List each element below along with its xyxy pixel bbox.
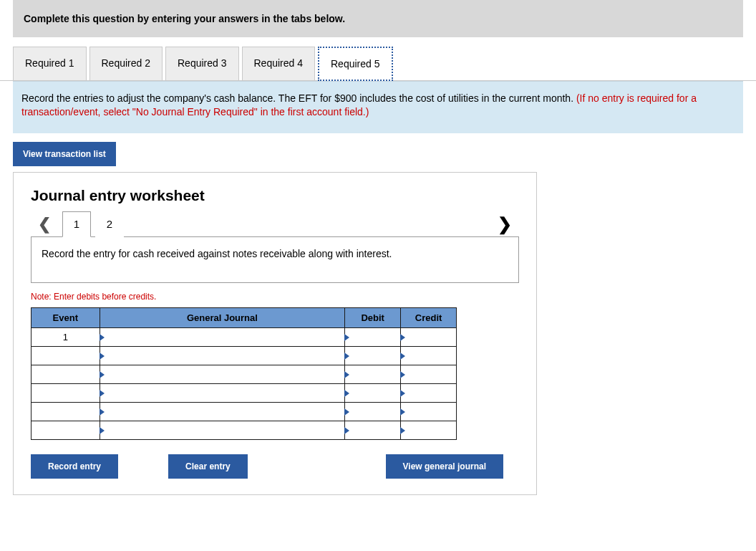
table-row [32,384,457,403]
record-entry-button[interactable]: Record entry [31,454,118,479]
header-event: Event [32,308,100,328]
dropdown-indicator-icon [344,371,349,378]
cell-general-journal[interactable] [100,347,345,365]
clear-entry-button[interactable]: Clear entry [168,454,248,479]
prompt-box: Record the entries to adjust the company… [13,81,743,133]
cell-event[interactable]: 1 [32,328,100,347]
cell-debit[interactable] [345,347,401,365]
journal-tbody: 1 [32,328,457,440]
table-row [32,347,457,365]
tab-required-3[interactable]: Required 3 [165,47,239,81]
dropdown-indicator-icon [344,334,349,341]
cell-general-journal[interactable] [100,365,345,384]
tab-required-1[interactable]: Required 1 [13,47,87,81]
table-row: 1 [32,328,457,347]
chevron-right-icon[interactable]: ❯ [490,216,519,233]
cell-event[interactable] [32,365,100,384]
cell-credit[interactable] [401,328,457,347]
chevron-left-icon[interactable]: ❮ [31,216,58,232]
instruction-text: Complete this question by entering your … [24,13,345,24]
view-transaction-list-button[interactable]: View transaction list [13,142,116,166]
cell-debit[interactable] [345,328,401,347]
dropdown-indicator-icon [400,371,405,378]
entry-description: Record the entry for cash received again… [31,236,519,284]
cell-general-journal[interactable] [100,421,345,440]
dropdown-indicator-icon [100,371,105,378]
header-credit: Credit [401,308,457,328]
instruction-bar: Complete this question by entering your … [13,0,743,37]
cell-debit[interactable] [345,384,401,403]
cell-general-journal[interactable] [100,403,345,421]
worksheet-title: Journal entry worksheet [31,187,519,204]
dropdown-indicator-icon [400,353,405,360]
cell-credit[interactable] [401,384,457,403]
cell-debit[interactable] [345,421,401,440]
dropdown-indicator-icon [344,427,349,434]
dropdown-indicator-icon [344,408,349,416]
page-button-1[interactable]: 1 [62,211,91,237]
cell-debit[interactable] [345,365,401,384]
dropdown-indicator-icon [400,408,405,416]
pager-row: ❮ 1 2 ❯ [31,211,519,237]
header-general-journal: General Journal [100,308,345,328]
journal-worksheet-card: Journal entry worksheet ❮ 1 2 ❯ Record t… [13,172,537,496]
page-button-2[interactable]: 2 [95,211,124,237]
dropdown-indicator-icon [400,390,405,397]
dropdown-indicator-icon [400,334,405,341]
prompt-main: Record the entries to adjust the company… [21,92,576,104]
dropdown-indicator-icon [100,390,105,397]
cell-credit[interactable] [401,365,457,384]
tabs-row: Required 1 Required 2 Required 3 Require… [0,37,756,81]
table-row [32,421,457,440]
table-row [32,403,457,421]
dropdown-indicator-icon [100,408,105,416]
dropdown-indicator-icon [100,353,105,360]
dropdown-indicator-icon [400,427,405,434]
cell-event[interactable] [32,403,100,421]
cell-event[interactable] [32,384,100,403]
tab-required-2[interactable]: Required 2 [89,47,163,81]
tab-required-5[interactable]: Required 5 [318,47,393,81]
cell-event[interactable] [32,421,100,440]
view-general-journal-button[interactable]: View general journal [386,454,503,479]
cell-event[interactable] [32,347,100,365]
button-row: Record entry Clear entry View general jo… [31,454,503,479]
journal-table: Event General Journal Debit Credit 1 [31,307,457,440]
cell-general-journal[interactable] [100,384,345,403]
dropdown-indicator-icon [100,334,105,341]
dropdown-indicator-icon [344,390,349,397]
dropdown-indicator-icon [100,427,105,434]
tab-required-4[interactable]: Required 4 [242,47,316,81]
cell-general-journal[interactable] [100,328,345,347]
cell-credit[interactable] [401,403,457,421]
cell-credit[interactable] [401,421,457,440]
cell-debit[interactable] [345,403,401,421]
header-debit: Debit [345,308,401,328]
table-row [32,365,457,384]
cell-credit[interactable] [401,347,457,365]
note-debits-before-credits: Note: Enter debits before credits. [31,292,519,302]
dropdown-indicator-icon [344,353,349,360]
